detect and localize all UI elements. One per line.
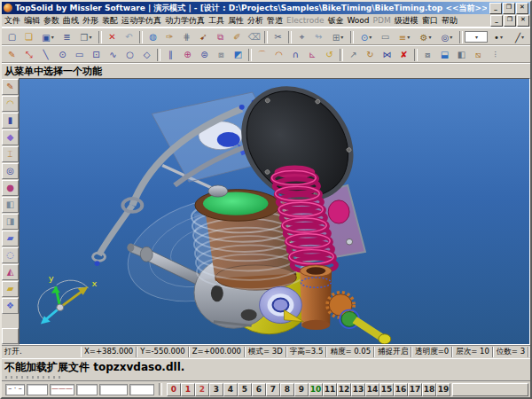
family-button[interactable]: ⧉ [212,30,229,44]
menu-edit[interactable]: 编辑 [22,15,42,27]
shape-arrow-tool[interactable]: ◆ [2,129,19,145]
loop-button[interactable]: ↺ [321,48,338,62]
viewport-3d[interactable]: y x [19,78,530,345]
engine-model[interactable] [93,79,391,344]
zoom-button[interactable]: ⊙ [356,30,377,44]
shaded-box-button[interactable]: ◩ [230,48,246,62]
layer-1-button[interactable]: 1 [181,383,195,396]
status-field[interactable]: Y=-550.000 [137,347,189,357]
layer-18-button[interactable]: 18 [422,383,436,396]
menu-window[interactable]: 窗口 [420,15,440,27]
hook-button[interactable]: ↬ [310,30,327,44]
undo-button[interactable]: ↶ [121,30,137,44]
ellipse-button[interactable]: ○ [121,48,138,62]
swatch-box-d[interactable] [129,384,154,395]
status-field[interactable]: 字高=3.5 [286,347,327,357]
frame-view-button[interactable]: ▭ [377,30,394,44]
menu-kinematics[interactable]: 运动学仿真 [120,15,163,27]
slot-button[interactable]: ⊜ [196,48,213,62]
menu-shape[interactable]: 外形 [81,15,100,27]
doc-restore-button[interactable]: ❐ [504,15,516,27]
section-button[interactable]: ⋈ [379,48,395,62]
half-section-button[interactable]: ◧ [453,48,470,62]
layer-7-button[interactable]: 7 [266,383,280,396]
layer-16-button[interactable]: 16 [394,383,408,396]
coordinate-triad[interactable]: y x [38,273,98,324]
layer-15-button[interactable]: 15 [379,383,394,396]
delete-button[interactable]: ✕ [104,30,121,44]
status-field[interactable]: 隐藏 [528,347,530,357]
new-file-button[interactable]: ▢ [4,30,20,44]
line-style-dropdown[interactable]: ╱ [509,30,530,44]
color-swatch-dropdown[interactable] [465,31,488,43]
menu-help[interactable]: 帮助 [440,15,459,27]
box-button[interactable]: ⧈ [213,48,230,62]
layer-13-button[interactable]: 13 [351,383,365,396]
pick-button[interactable]: ➹ [195,30,212,44]
drill-tool[interactable]: ⌶ [2,146,19,162]
contour-button[interactable]: ⊡ [88,48,105,62]
layer-11-button[interactable]: 11 [323,383,337,396]
sketch-button[interactable]: ✎ [4,48,20,62]
status-field[interactable]: 精度= 0.05 [326,347,374,357]
component-tool[interactable]: ❖ [2,298,19,314]
cut-button[interactable]: ✂ [270,30,286,44]
menu-wood[interactable]: Wood [345,16,371,25]
layer-4-button[interactable]: 4 [223,383,238,396]
angle-button[interactable]: ⊾ [304,48,321,62]
ring-tool[interactable]: ◌ [2,247,19,263]
draft-button[interactable]: ⧅ [470,48,487,62]
status-field[interactable]: Z=+000.000 [189,347,245,357]
swatch-box-c[interactable] [99,384,128,395]
line-color-box[interactable]: ——— [50,384,74,395]
menu-progressive-die[interactable]: 级进模 [393,15,420,27]
curve-n-button[interactable]: ∩ [287,48,304,62]
menu-dynamics[interactable]: 动力学仿真 [163,15,207,27]
layer-8-button[interactable]: 8 [280,383,294,396]
axis-point-button[interactable]: ⊕ [179,48,196,62]
layer-3-button[interactable]: 3 [209,383,223,396]
document-info-button[interactable]: ≣ [59,30,75,44]
menu-tools[interactable]: 工具 [207,15,226,27]
status-field[interactable]: 层次= 10 [452,347,493,357]
menu-sheetmetal[interactable]: 钣金 [325,15,345,27]
extrude-tool[interactable]: ◧ [2,197,19,213]
delete-red-button[interactable]: ✘ [395,48,412,62]
layer-10-button[interactable]: 10 [309,383,323,396]
menu-parameters[interactable]: 参数 [42,15,61,27]
layer-6-button[interactable]: 6 [252,383,266,396]
trihedron-tool[interactable]: ◭ [2,264,19,280]
sketch-tool[interactable]: ✎ [2,79,19,95]
rounded-block-tool[interactable]: ▰ [2,231,19,246]
swatch-box-a[interactable] [27,384,48,395]
curve-surface-tool[interactable]: ◠ [2,96,19,112]
modify-button[interactable]: ✑ [161,30,178,44]
menu-curve[interactable]: 曲线 [61,15,81,27]
dimension-button[interactable]: ↗ [345,48,362,62]
rotate-measure-button[interactable]: ↻ [362,48,379,62]
grid-button[interactable]: ⊞ [327,30,348,44]
tree-button[interactable]: ⫶ [487,48,504,62]
status-field[interactable]: 位数= 3 [493,347,528,357]
spline-button[interactable]: ∿ [105,48,121,62]
rail-bottom-button[interactable] [2,328,19,344]
extrude-face-button[interactable]: ⧇ [419,48,436,62]
block-tool[interactable]: ▮ [2,113,19,129]
pin-button[interactable]: ◎ [436,30,458,44]
menu-electrode[interactable]: Electrode [285,16,325,25]
layer-0-button[interactable]: 0 [167,383,181,396]
layer-5-button[interactable]: 5 [238,383,252,396]
stamp-tool[interactable]: ◨ [2,214,19,230]
list-button[interactable]: ⋕ [178,30,195,44]
menu-piping[interactable]: 管道 [265,15,285,27]
line-type-box[interactable]: – · – [5,384,25,395]
revolve-tool[interactable]: ◎ [2,163,19,179]
open-file-button[interactable]: ❏ [20,30,37,44]
attribute-button[interactable]: ◍ [145,30,161,44]
doc-close-button[interactable]: ✕ [517,15,529,27]
layer-17-button[interactable]: 17 [408,383,422,396]
layer-19-button[interactable]: 19 [436,383,450,396]
tools-bag-button[interactable]: ⚙ [415,30,436,44]
app-restore-button[interactable]: ❐ [503,3,515,14]
layers-button[interactable]: ≡ [394,30,415,44]
